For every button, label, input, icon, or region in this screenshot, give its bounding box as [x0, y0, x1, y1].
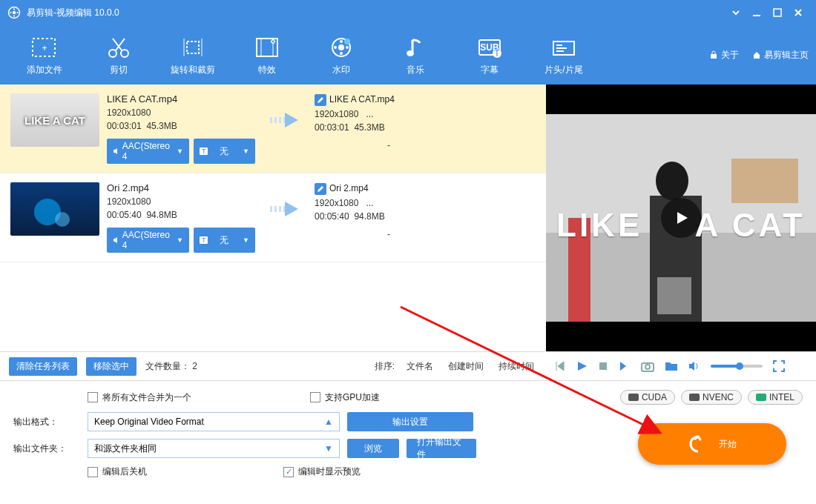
file-thumbnail	[10, 182, 99, 236]
gpu-accel-checkbox[interactable]: 支持GPU加速	[310, 391, 380, 404]
output-format-dropdown[interactable]: Keep Original Video Format▲	[88, 412, 340, 431]
start-button[interactable]: 开始	[638, 423, 786, 465]
sort-by-filename[interactable]: 文件名	[404, 360, 436, 373]
clear-task-button[interactable]: 清除任务列表	[9, 357, 77, 376]
titlebar: 易剪辑-视频编辑 10.0.0	[0, 0, 816, 25]
output-resolution: 1920x1080 ...	[315, 109, 463, 119]
stop-button[interactable]	[598, 361, 608, 371]
effects-icon	[254, 34, 280, 61]
preview-while-edit-checkbox[interactable]: 编辑时显示预览	[283, 465, 361, 478]
lock-icon	[709, 50, 718, 59]
svg-point-10	[109, 50, 116, 57]
next-button[interactable]	[619, 360, 631, 372]
nvidia-icon	[689, 394, 700, 401]
checkbox-icon	[88, 467, 98, 477]
tool-music[interactable]: 音乐	[378, 34, 453, 76]
tool-rotate-crop[interactable]: 旋转和裁剪	[156, 34, 230, 76]
subtitle-track-dropdown[interactable]: T无▼	[194, 139, 255, 164]
file-row[interactable]: LIKE A CAT LIKE A CAT.mp4 1920x1080 00:0…	[0, 84, 546, 173]
tool-label: 水印	[332, 64, 350, 76]
subtitle-icon: SUBT	[476, 34, 503, 61]
sort-by-duration[interactable]: 持续时间	[496, 360, 537, 373]
svg-text:+: +	[42, 43, 47, 53]
play-button[interactable]	[576, 360, 588, 372]
prev-button[interactable]	[553, 360, 565, 372]
main-toolbar: + 添加文件 剪切 旋转和裁剪 特效 水印 音乐 SUBT 字幕 片头/片尾 关…	[0, 25, 816, 84]
svg-text:T: T	[494, 48, 500, 59]
output-settings-panel: 将所有文件合并为一个 支持GPU加速 CUDA NVENC INTEL 输出格式…	[0, 381, 816, 494]
svg-point-39	[656, 162, 688, 200]
tool-add-file[interactable]: + 添加文件	[7, 34, 82, 76]
add-file-icon: +	[31, 34, 58, 61]
minimize-button[interactable]	[746, 2, 767, 23]
svg-rect-6	[753, 15, 760, 16]
dropdown-menu-button[interactable]	[725, 2, 746, 23]
svg-point-21	[344, 39, 350, 44]
file-thumbnail: LIKE A CAT	[10, 93, 99, 147]
tool-cut[interactable]: 剪切	[82, 34, 156, 76]
browse-button[interactable]: 浏览	[347, 439, 399, 458]
svg-point-17	[334, 46, 337, 49]
fullscreen-button[interactable]	[773, 360, 785, 372]
svg-point-4	[13, 8, 15, 10]
svg-point-2	[10, 12, 11, 13]
svg-point-20	[340, 52, 343, 55]
gpu-badge-cuda: CUDA	[620, 390, 675, 405]
svg-rect-40	[657, 277, 691, 314]
speaker-icon	[113, 236, 119, 244]
subtitle-track-dropdown[interactable]: T无▼	[194, 228, 255, 253]
tool-intro-outro[interactable]: 片头/片尾	[527, 34, 601, 76]
output-extra: -	[315, 140, 463, 150]
sort-label: 排序:	[375, 360, 395, 373]
svg-rect-29	[556, 47, 567, 49]
list-action-bar: 清除任务列表 移除选中 文件数量： 2 排序: 文件名 创建时间 持续时间	[0, 351, 546, 381]
remove-selected-button[interactable]: 移除选中	[86, 357, 136, 376]
shutdown-after-checkbox[interactable]: 编辑后关机	[88, 465, 147, 478]
merge-files-checkbox[interactable]: 将所有文件合并为一个	[88, 391, 191, 404]
audio-track-dropdown[interactable]: AAC(Stereo 4▼	[107, 228, 189, 253]
volume-button[interactable]	[688, 361, 700, 371]
watermark-icon	[328, 34, 355, 61]
tool-effects[interactable]: 特效	[230, 34, 304, 76]
svg-rect-12	[187, 42, 199, 53]
open-folder-button[interactable]	[665, 361, 678, 371]
svg-point-19	[340, 40, 343, 43]
refresh-icon	[688, 434, 708, 454]
source-resolution: 1920x1080	[107, 196, 255, 207]
preview-play-button[interactable]	[661, 198, 701, 238]
chevron-down-icon: ▼	[177, 236, 183, 244]
tool-subtitle[interactable]: SUBT 字幕	[453, 34, 527, 76]
snapshot-button[interactable]	[641, 360, 654, 372]
arrow-icon	[263, 93, 307, 147]
output-folder-dropdown[interactable]: 和源文件夹相同▼	[88, 439, 340, 458]
output-duration-size: 00:03:01 45.3MB	[315, 122, 463, 133]
source-duration-size: 00:05:40 94.8MB	[107, 210, 255, 220]
volume-slider[interactable]	[711, 365, 763, 368]
checkbox-icon	[88, 392, 98, 402]
home-icon	[752, 50, 761, 59]
svg-point-3	[16, 12, 18, 13]
audio-track-dropdown[interactable]: AAC(Stereo 4▼	[107, 139, 189, 164]
chevron-down-icon: ▼	[324, 443, 333, 454]
svg-point-33	[55, 212, 70, 227]
maximize-button[interactable]	[767, 2, 788, 23]
about-link[interactable]: 关于	[709, 49, 739, 62]
intro-outro-icon	[550, 34, 577, 61]
close-button[interactable]	[788, 2, 809, 23]
file-row[interactable]: Ori 2.mp4 1920x1080 00:05:40 94.8MB AAC(…	[0, 173, 546, 262]
edit-icon[interactable]	[315, 183, 326, 195]
tool-label: 字幕	[481, 64, 499, 76]
edit-icon[interactable]	[315, 94, 326, 106]
tool-label: 片头/片尾	[544, 64, 582, 76]
output-settings-button[interactable]: 输出设置	[347, 412, 473, 431]
tool-watermark[interactable]: 水印	[304, 34, 378, 76]
output-resolution: 1920x1080 ...	[315, 198, 463, 208]
sort-by-created[interactable]: 创建时间	[445, 360, 487, 373]
crop-icon	[180, 34, 206, 61]
file-list: LIKE A CAT LIKE A CAT.mp4 1920x1080 00:0…	[0, 84, 546, 351]
open-output-button[interactable]: 打开输出文件	[407, 439, 476, 458]
svg-point-18	[346, 46, 349, 49]
output-duration-size: 00:05:40 94.8MB	[315, 211, 463, 222]
homepage-link[interactable]: 易剪辑主页	[752, 49, 809, 62]
preview-controls	[546, 351, 816, 381]
